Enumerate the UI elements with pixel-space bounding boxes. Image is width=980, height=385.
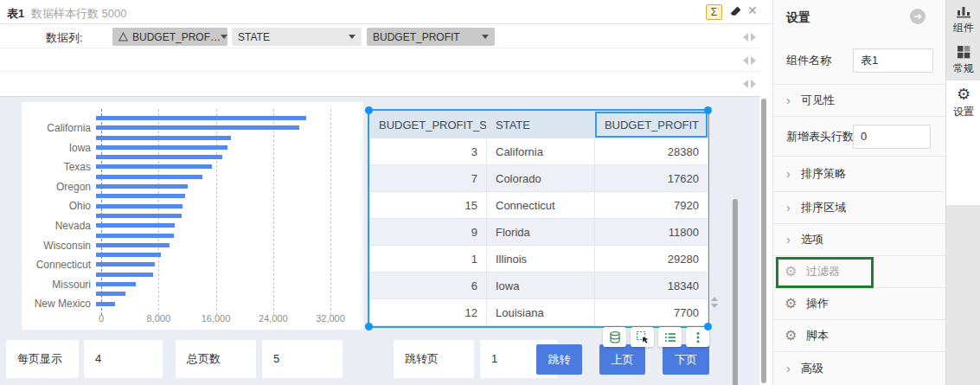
table-cell[interactable]: Colorado xyxy=(487,165,595,192)
bar-chart-component[interactable]: CaliforniaIowaTexasOregonOhioNevadaWisco… xyxy=(22,102,363,330)
chart-bar-row: Connecticut xyxy=(27,260,363,269)
arrow-left-icon[interactable] xyxy=(743,80,748,88)
table-component[interactable]: BUDGET_PROFIT_SUSTATEBUDGET_PROFIT 3Cali… xyxy=(369,111,708,326)
table-body: 3California283807Colorado1762015Connecti… xyxy=(370,138,708,326)
chart-x-axis: 08,00016,00024,00032,000 xyxy=(101,313,330,325)
selection-handle-bottom-left[interactable] xyxy=(365,323,373,330)
data-sample-rows-label: 数据样本行数 5000 xyxy=(31,6,127,22)
table-cell[interactable]: 29280 xyxy=(595,246,708,273)
selection-handle-top-right[interactable] xyxy=(704,106,712,114)
column-scroll-arrows[interactable] xyxy=(743,33,756,42)
column-scroll-arrows[interactable] xyxy=(743,56,756,65)
column-dropdown-budget-prof[interactable]: BUDGET_PROF… xyxy=(112,28,227,46)
table-cell[interactable]: Louisiana xyxy=(487,299,595,326)
close-icon[interactable]: ✕ xyxy=(747,3,758,17)
panel-item-sort-strategy[interactable]: › 排序策略 xyxy=(773,156,945,191)
bar xyxy=(96,262,155,266)
jump-button[interactable]: 跳转 xyxy=(536,344,582,375)
panel-item-actions[interactable]: ⚙ 操作 xyxy=(773,287,945,319)
tab-component[interactable]: 组件 xyxy=(946,5,980,35)
table-cell[interactable]: 28380 xyxy=(595,138,708,165)
total-pages-input[interactable]: 5 xyxy=(262,340,343,378)
component-name-row: 组件名称 表1 xyxy=(773,42,945,80)
collapse-panel-button[interactable]: ➜ xyxy=(910,9,926,24)
panel-item-advanced[interactable]: › 高级 xyxy=(773,351,945,385)
column-dropdown-budget-profit[interactable]: BUDGET_PROFIT xyxy=(367,28,495,46)
bar xyxy=(96,302,115,306)
arrow-left-icon[interactable] xyxy=(743,56,748,65)
arrow-left-icon[interactable] xyxy=(743,33,748,42)
chart-bar-row: Ohio xyxy=(27,202,363,211)
header-rows-input[interactable]: 0 xyxy=(853,125,931,149)
table-cell[interactable]: 12 xyxy=(370,299,487,326)
table-cell[interactable]: Connecticut xyxy=(487,192,595,219)
scroll-up-icon[interactable] xyxy=(711,297,718,301)
component-toolbar xyxy=(603,327,709,347)
column-config-row-1: 数据列: BUDGET_PROF… STATE BUDGET_PROFIT xyxy=(0,25,760,48)
right-tab-bar: 组件 常规 ⚙ 设置 xyxy=(945,0,980,385)
dataset-button[interactable] xyxy=(603,327,626,347)
canvas-scrollbar[interactable] xyxy=(733,199,738,385)
table-cell[interactable]: Iowa xyxy=(487,273,595,299)
next-page-button[interactable]: 下页 xyxy=(663,344,709,375)
component-name-input[interactable]: 表1 xyxy=(853,48,933,73)
panel-item-filter[interactable]: ⚙ 过滤器 xyxy=(773,255,945,287)
tab-settings[interactable]: ⚙ 设置 xyxy=(946,87,980,119)
summary-sigma-button[interactable]: Σ xyxy=(706,4,722,20)
table-header-cell[interactable]: STATE xyxy=(487,112,595,138)
jump-page-label-box: 跳转页 xyxy=(394,340,474,378)
table-header-cell[interactable]: BUDGET_PROFIT_SU xyxy=(370,112,487,138)
table-cell[interactable]: Florida xyxy=(487,219,595,246)
report-canvas: CaliforniaIowaTexasOregonOhioNevadaWisco… xyxy=(0,97,759,385)
header-rows-label: 新增表头行数 xyxy=(786,129,854,144)
panel-item-label: 可见性 xyxy=(801,93,835,108)
table-cell[interactable]: 15 xyxy=(370,192,487,219)
category-label: Missouri xyxy=(27,279,96,291)
scroll-down-icon[interactable] xyxy=(711,304,718,308)
selection-handle-bottom-right[interactable] xyxy=(704,323,712,330)
bar xyxy=(96,273,153,277)
database-icon xyxy=(608,330,622,344)
table-cell[interactable]: 9 xyxy=(370,219,487,246)
per-page-input[interactable]: 4 xyxy=(84,340,163,378)
table-cell[interactable]: 6 xyxy=(370,273,487,299)
panel-item-script[interactable]: ⚙ 脚本 xyxy=(773,319,945,351)
chevron-right-icon: › xyxy=(786,362,791,375)
tab-general[interactable]: 常规 xyxy=(946,45,980,76)
gear-icon: ⚙ xyxy=(785,327,797,343)
category-label: Connecticut xyxy=(27,259,96,271)
select-mode-button[interactable] xyxy=(631,327,654,347)
column-scroll-arrows[interactable] xyxy=(743,80,756,88)
table-cell[interactable]: 18340 xyxy=(595,273,708,299)
main-scrollbar[interactable] xyxy=(761,99,766,383)
panel-item-label: 脚本 xyxy=(806,328,829,343)
bar xyxy=(96,243,170,247)
chevron-right-icon: › xyxy=(786,93,791,107)
arrow-right-icon[interactable] xyxy=(751,33,756,42)
arrow-right-icon[interactable] xyxy=(751,80,756,88)
panel-item-options[interactable]: › 选项 xyxy=(773,223,945,255)
table-cell[interactable]: 11800 xyxy=(595,219,708,246)
table-scroll-buttons[interactable] xyxy=(710,297,719,308)
bar-track xyxy=(96,279,351,289)
table-cell[interactable]: 7 xyxy=(370,165,487,192)
table-cell[interactable]: 7700 xyxy=(595,299,708,326)
table-header-cell[interactable]: BUDGET_PROFIT xyxy=(595,112,708,138)
per-page-label-box: 每页显示 xyxy=(6,340,79,378)
bar-track xyxy=(96,250,351,260)
table-cell[interactable]: 3 xyxy=(370,138,487,165)
column-dropdown-state[interactable]: STATE xyxy=(232,28,362,46)
panel-item-visibility[interactable]: › 可见性 xyxy=(773,84,945,116)
panel-item-sort-area[interactable]: › 排序区域 xyxy=(773,191,945,223)
table-cell[interactable]: Illinois xyxy=(487,246,595,273)
table-cell[interactable]: 7920 xyxy=(595,192,708,219)
table-rows-button[interactable] xyxy=(658,327,682,347)
panel-item-label: 排序策略 xyxy=(801,166,846,182)
table-cell[interactable]: California xyxy=(487,138,595,165)
selection-handle-top-left[interactable] xyxy=(365,106,373,114)
arrow-right-icon[interactable] xyxy=(751,56,756,65)
eraser-icon[interactable] xyxy=(729,5,742,18)
prev-page-button[interactable]: 上页 xyxy=(599,344,645,375)
table-cell[interactable]: 1 xyxy=(370,246,487,273)
table-cell[interactable]: 17620 xyxy=(595,165,708,192)
